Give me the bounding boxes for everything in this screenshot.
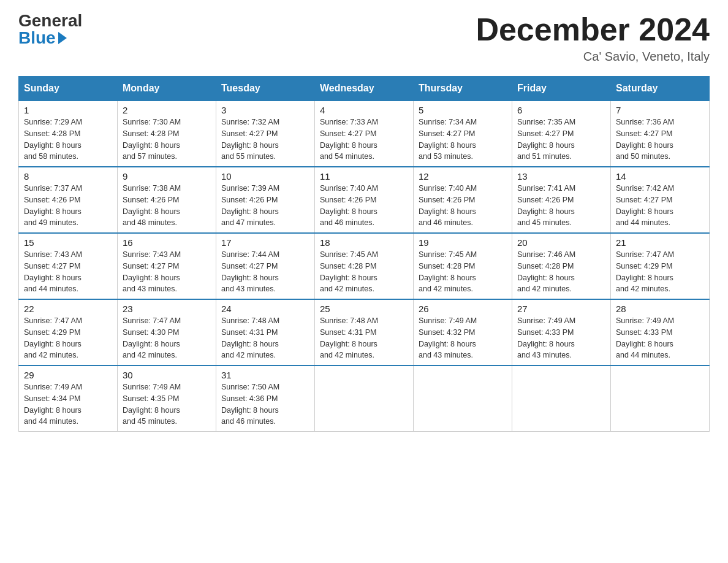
day-info: Sunrise: 7:38 AMSunset: 4:26 PMDaylight:…: [123, 184, 181, 227]
weekday-header-monday: Monday: [118, 77, 216, 101]
day-info: Sunrise: 7:33 AMSunset: 4:27 PMDaylight:…: [320, 118, 378, 161]
calendar-cell: [414, 366, 512, 432]
day-info: Sunrise: 7:49 AMSunset: 4:33 PMDaylight:…: [517, 316, 575, 359]
day-number: 10: [221, 171, 309, 182]
calendar-cell: 29 Sunrise: 7:49 AMSunset: 4:34 PMDaylig…: [19, 366, 118, 432]
weekday-header-thursday: Thursday: [414, 77, 512, 101]
page-header: General Blue December 2024 Ca' Savio, Ve…: [18, 12, 710, 64]
day-info: Sunrise: 7:48 AMSunset: 4:31 PMDaylight:…: [320, 316, 378, 359]
calendar-week-row: 1 Sunrise: 7:29 AMSunset: 4:28 PMDayligh…: [19, 101, 710, 167]
calendar-cell: 19 Sunrise: 7:45 AMSunset: 4:28 PMDaylig…: [414, 233, 512, 299]
day-info: Sunrise: 7:34 AMSunset: 4:27 PMDaylight:…: [419, 118, 477, 161]
day-info: Sunrise: 7:47 AMSunset: 4:29 PMDaylight:…: [24, 316, 82, 359]
calendar-cell: 30 Sunrise: 7:49 AMSunset: 4:35 PMDaylig…: [118, 366, 216, 432]
day-info: Sunrise: 7:41 AMSunset: 4:26 PMDaylight:…: [517, 184, 575, 227]
calendar-cell: 22 Sunrise: 7:47 AMSunset: 4:29 PMDaylig…: [19, 299, 118, 366]
day-number: 5: [419, 105, 507, 115]
calendar-cell: 16 Sunrise: 7:43 AMSunset: 4:27 PMDaylig…: [118, 233, 216, 299]
day-number: 14: [616, 171, 704, 182]
calendar-week-row: 8 Sunrise: 7:37 AMSunset: 4:26 PMDayligh…: [19, 167, 710, 233]
calendar-cell: 26 Sunrise: 7:49 AMSunset: 4:32 PMDaylig…: [414, 299, 512, 366]
logo: General Blue: [18, 12, 82, 47]
calendar-cell: 20 Sunrise: 7:46 AMSunset: 4:28 PMDaylig…: [512, 233, 611, 299]
day-info: Sunrise: 7:48 AMSunset: 4:31 PMDaylight:…: [221, 316, 279, 359]
day-info: Sunrise: 7:46 AMSunset: 4:28 PMDaylight:…: [517, 250, 575, 293]
day-number: 11: [320, 171, 408, 182]
weekday-header-sunday: Sunday: [19, 77, 118, 101]
calendar-cell: 23 Sunrise: 7:47 AMSunset: 4:30 PMDaylig…: [118, 299, 216, 366]
day-number: 24: [221, 304, 309, 314]
calendar-body: 1 Sunrise: 7:29 AMSunset: 4:28 PMDayligh…: [19, 101, 710, 432]
calendar-cell: 21 Sunrise: 7:47 AMSunset: 4:29 PMDaylig…: [611, 233, 710, 299]
day-number: 13: [517, 171, 605, 182]
weekday-header-saturday: Saturday: [611, 77, 710, 101]
calendar-week-row: 29 Sunrise: 7:49 AMSunset: 4:34 PMDaylig…: [19, 366, 710, 432]
day-number: 7: [616, 105, 704, 115]
month-title: December 2024: [476, 12, 710, 47]
calendar-cell: 6 Sunrise: 7:35 AMSunset: 4:27 PMDayligh…: [512, 101, 611, 167]
day-number: 6: [517, 105, 605, 115]
day-number: 19: [419, 237, 507, 248]
calendar-cell: 10 Sunrise: 7:39 AMSunset: 4:26 PMDaylig…: [216, 167, 315, 233]
day-info: Sunrise: 7:45 AMSunset: 4:28 PMDaylight:…: [320, 250, 378, 293]
day-info: Sunrise: 7:39 AMSunset: 4:26 PMDaylight:…: [221, 184, 279, 227]
calendar-cell: 9 Sunrise: 7:38 AMSunset: 4:26 PMDayligh…: [118, 167, 216, 233]
calendar-cell: 8 Sunrise: 7:37 AMSunset: 4:26 PMDayligh…: [19, 167, 118, 233]
logo-general-text: General: [18, 12, 82, 29]
calendar-cell: 17 Sunrise: 7:44 AMSunset: 4:27 PMDaylig…: [216, 233, 315, 299]
day-number: 1: [24, 105, 112, 115]
day-info: Sunrise: 7:36 AMSunset: 4:27 PMDaylight:…: [616, 118, 674, 161]
day-number: 16: [123, 237, 211, 248]
day-info: Sunrise: 7:29 AMSunset: 4:28 PMDaylight:…: [24, 118, 82, 161]
day-number: 21: [616, 237, 704, 248]
weekday-header-wednesday: Wednesday: [315, 77, 414, 101]
day-number: 30: [123, 370, 211, 380]
calendar-cell: 2 Sunrise: 7:30 AMSunset: 4:28 PMDayligh…: [118, 101, 216, 167]
logo-triangle-icon: [58, 32, 67, 44]
day-info: Sunrise: 7:45 AMSunset: 4:28 PMDaylight:…: [419, 250, 477, 293]
calendar-cell: 15 Sunrise: 7:43 AMSunset: 4:27 PMDaylig…: [19, 233, 118, 299]
calendar-week-row: 22 Sunrise: 7:47 AMSunset: 4:29 PMDaylig…: [19, 299, 710, 366]
day-number: 2: [123, 105, 211, 115]
weekday-header-friday: Friday: [512, 77, 611, 101]
weekday-header-row: SundayMondayTuesdayWednesdayThursdayFrid…: [19, 77, 710, 101]
logo-blue-text: Blue: [18, 29, 67, 47]
calendar-cell: 4 Sunrise: 7:33 AMSunset: 4:27 PMDayligh…: [315, 101, 414, 167]
calendar-cell: 12 Sunrise: 7:40 AMSunset: 4:26 PMDaylig…: [414, 167, 512, 233]
day-number: 8: [24, 171, 112, 182]
day-info: Sunrise: 7:47 AMSunset: 4:29 PMDaylight:…: [616, 250, 674, 293]
day-info: Sunrise: 7:32 AMSunset: 4:27 PMDaylight:…: [221, 118, 279, 161]
day-number: 4: [320, 105, 408, 115]
weekday-header-tuesday: Tuesday: [216, 77, 315, 101]
calendar-cell: 5 Sunrise: 7:34 AMSunset: 4:27 PMDayligh…: [414, 101, 512, 167]
day-info: Sunrise: 7:50 AMSunset: 4:36 PMDaylight:…: [221, 383, 279, 426]
day-number: 20: [517, 237, 605, 248]
day-info: Sunrise: 7:49 AMSunset: 4:33 PMDaylight:…: [616, 316, 674, 359]
day-info: Sunrise: 7:43 AMSunset: 4:27 PMDaylight:…: [24, 250, 82, 293]
calendar-cell: 1 Sunrise: 7:29 AMSunset: 4:28 PMDayligh…: [19, 101, 118, 167]
calendar-header: SundayMondayTuesdayWednesdayThursdayFrid…: [19, 77, 710, 101]
day-info: Sunrise: 7:37 AMSunset: 4:26 PMDaylight:…: [24, 184, 82, 227]
day-number: 25: [320, 304, 408, 314]
day-number: 3: [221, 105, 309, 115]
day-number: 17: [221, 237, 309, 248]
day-info: Sunrise: 7:49 AMSunset: 4:34 PMDaylight:…: [24, 383, 82, 426]
day-info: Sunrise: 7:30 AMSunset: 4:28 PMDaylight:…: [123, 118, 181, 161]
day-number: 23: [123, 304, 211, 314]
day-info: Sunrise: 7:47 AMSunset: 4:30 PMDaylight:…: [123, 316, 181, 359]
calendar-cell: [611, 366, 710, 432]
calendar-week-row: 15 Sunrise: 7:43 AMSunset: 4:27 PMDaylig…: [19, 233, 710, 299]
day-info: Sunrise: 7:44 AMSunset: 4:27 PMDaylight:…: [221, 250, 279, 293]
day-info: Sunrise: 7:43 AMSunset: 4:27 PMDaylight:…: [123, 250, 181, 293]
calendar-cell: [315, 366, 414, 432]
day-number: 27: [517, 304, 605, 314]
day-number: 31: [221, 370, 309, 380]
day-number: 29: [24, 370, 112, 380]
day-number: 26: [419, 304, 507, 314]
day-info: Sunrise: 7:40 AMSunset: 4:26 PMDaylight:…: [419, 184, 477, 227]
calendar-cell: 13 Sunrise: 7:41 AMSunset: 4:26 PMDaylig…: [512, 167, 611, 233]
calendar-cell: 27 Sunrise: 7:49 AMSunset: 4:33 PMDaylig…: [512, 299, 611, 366]
calendar-table: SundayMondayTuesdayWednesdayThursdayFrid…: [18, 76, 710, 432]
calendar-cell: 11 Sunrise: 7:40 AMSunset: 4:26 PMDaylig…: [315, 167, 414, 233]
day-info: Sunrise: 7:42 AMSunset: 4:27 PMDaylight:…: [616, 184, 674, 227]
